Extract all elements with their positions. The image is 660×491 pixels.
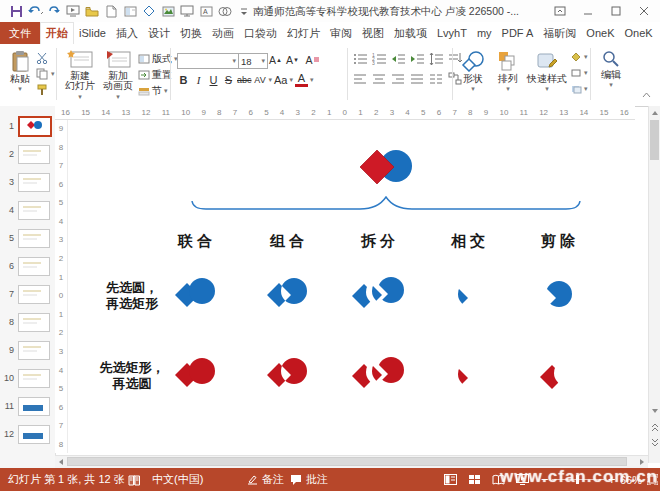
shapes-button[interactable]: 形状▾ [457,50,489,94]
scroll-down-icon[interactable] [649,404,660,417]
tab-LvyhT[interactable]: LvyhT [432,22,472,44]
tab-幻灯片[interactable]: 幻灯片 [282,22,325,44]
numbering-icon[interactable]: 123 [372,52,387,68]
op-label-联合[interactable]: 联合 [162,232,232,251]
next-slide-icon[interactable] [649,436,660,449]
slide-thumbnail-10[interactable]: 10 [0,366,55,390]
slide-thumbnail-9[interactable]: 9 [0,338,55,362]
tab-开始[interactable]: 开始 [40,22,74,44]
slide-thumbnail-2[interactable]: 2 [0,142,55,166]
save-icon[interactable] [8,3,24,19]
vertical-scrollbar[interactable] [648,106,660,463]
tab-OneK[interactable]: OneK [581,22,619,44]
slide-thumbnail-1[interactable]: 1 [0,114,55,138]
new-slide-button[interactable]: 新建幻灯片 ▾ [62,50,98,102]
slide-thumbnail-5[interactable]: 5 [0,226,55,250]
zoom-slider[interactable] [552,468,604,491]
language-status[interactable]: 中文(中国) [152,468,203,491]
shape-format-icon[interactable] [141,3,157,19]
indent-decrease-icon[interactable] [391,52,406,68]
shape-row2-fragment[interactable] [352,352,408,396]
font-av-button[interactable]: AV [254,75,267,85]
slide-thumbnail-7[interactable]: 7 [0,282,55,306]
cut-button[interactable] [36,52,49,64]
presenter-view-icon[interactable] [179,3,195,19]
op-label-相交[interactable]: 相交 [435,232,505,251]
start-slideshow-icon[interactable] [65,3,81,19]
fit-to-window-icon[interactable] [647,468,658,491]
font-aa-button[interactable]: Aa [274,74,287,86]
tab-插入[interactable]: 插入 [111,22,143,44]
tab-动画[interactable]: 动画 [207,22,239,44]
shape-row2-union[interactable] [169,352,225,396]
op-label-剪除[interactable]: 剪除 [525,232,595,251]
merge-shapes-icon[interactable] [217,3,233,19]
scroll-up-icon[interactable] [649,106,660,119]
font-b-button[interactable]: B [177,74,190,86]
customize-qat-icon[interactable] [236,3,252,19]
shape-row2-intersect[interactable] [442,352,498,396]
edit-button[interactable]: 编辑▾ [596,50,626,90]
new-file-icon[interactable] [103,3,119,19]
grow-font-button[interactable]: A▲ [268,52,283,67]
insert-picture-icon[interactable] [160,3,176,19]
section-button[interactable]: 节▾ [138,84,168,98]
layout-button[interactable]: 版式▾ [138,52,178,66]
bullets-icon[interactable] [353,52,368,68]
ribbon-options-icon[interactable] [546,1,574,21]
tab-设计[interactable]: 设计 [143,22,175,44]
zoom-out-button[interactable]: − [541,468,549,491]
shape-effects-button[interactable]: ▾ [570,84,588,94]
redo-icon[interactable] [46,3,62,19]
op-label-拆分[interactable]: 拆分 [345,232,415,251]
tab-切换[interactable]: 切换 [175,22,207,44]
clear-formatting-button[interactable]: A [304,52,320,67]
slideshow-view-icon[interactable] [516,468,529,491]
zoom-level[interactable]: 66% [620,468,642,491]
comments-button[interactable]: 批注 [290,468,328,491]
slide-thumbnail-8[interactable]: 8 [0,310,55,334]
indent-increase-icon[interactable] [410,52,425,68]
scroll-left-icon[interactable] [55,456,66,467]
shape-row2-combine[interactable] [261,352,317,396]
font-size-combo[interactable]: 18▾ [238,53,268,69]
tab-iSlide[interactable]: iSlide [74,22,111,44]
tab-审阅[interactable]: 审阅 [325,22,357,44]
font-abc-button[interactable]: abc [237,75,252,85]
zoom-slider-knob[interactable] [576,475,579,484]
tab-口袋动[interactable]: 口袋动 [239,22,282,44]
open-folder-icon[interactable] [84,3,100,19]
font-i-button[interactable]: I [192,74,205,86]
font-name-combo[interactable]: ▾ [177,53,239,69]
shape-row1-combine[interactable] [261,272,317,316]
notes-button[interactable]: 备注 [247,468,284,491]
spellcheck-icon[interactable] [128,468,141,491]
reading-view-icon[interactable] [492,468,505,491]
align-center-icon[interactable] [372,72,387,88]
tab-视图[interactable]: 视图 [357,22,389,44]
minimize-icon[interactable] [574,1,602,21]
shape-fill-button[interactable]: ▾ [570,52,588,62]
reset-button[interactable]: 重置 [138,68,172,82]
normal-view-icon[interactable] [444,468,457,491]
scroll-right-icon[interactable] [636,456,647,467]
new-animation-page-button[interactable]: 新加动画页 ▾ [100,50,136,102]
tab-加载项[interactable]: 加载项 [389,22,432,44]
shape-row1-fragment[interactable] [352,272,408,316]
paste-button[interactable]: 粘贴▾ [6,50,34,94]
columns-icon[interactable] [429,72,444,88]
format-painter-button[interactable] [36,84,49,96]
op-label-组合[interactable]: 组合 [254,232,324,251]
justify-icon[interactable] [410,72,425,88]
arrange-button[interactable]: 排列▾ [492,50,524,94]
zoom-in-button[interactable]: + [608,468,616,491]
slide-thumbnail-4[interactable]: 4 [0,198,55,222]
shape-outline-button[interactable]: ▾ [570,68,588,78]
shape-row1-subtract[interactable] [532,272,588,316]
font-s-button[interactable]: S [222,74,235,86]
text-frame-icon[interactable]: A [198,3,214,19]
horizontal-scrollbar[interactable] [55,455,648,468]
slide-sorter-view-icon[interactable] [468,468,481,491]
collapse-ribbon-icon[interactable] [642,92,651,98]
row-label-2[interactable]: 先选矩形，再选圆 [82,360,182,392]
